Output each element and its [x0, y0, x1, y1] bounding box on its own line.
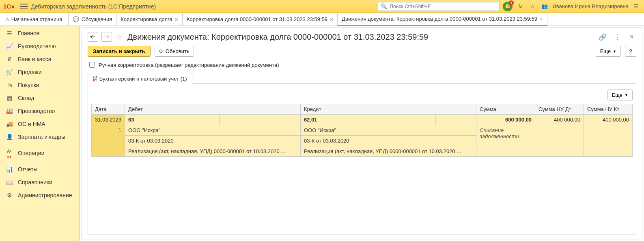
bag-icon: 🛍 [6, 82, 13, 88]
label: Зарплата и кадры [18, 134, 65, 140]
history-icon[interactable]: ↻ [516, 2, 525, 11]
chart-icon: 📈 [6, 43, 13, 49]
save-close-button[interactable]: Записать и закрыть [88, 46, 151, 57]
close-doc-icon[interactable]: × [627, 32, 636, 41]
tab-correction-doc[interactable]: Корректировка долга 0000-000001 от 31.03… [183, 13, 338, 26]
th-date[interactable]: Дата [92, 104, 125, 115]
tab-accounting[interactable]: ДтКт Бухгалтерский и налоговый учет (1) [88, 73, 192, 84]
cell-credit-acc: 62.01 [301, 115, 395, 125]
cell-nukt: 400 000,00 [584, 115, 633, 125]
th-credit[interactable]: Кредит [301, 104, 476, 115]
chevron-down-icon: ▼ [613, 49, 616, 53]
cell-nudt: 400 000,00 [535, 115, 584, 125]
movements-table: Дата Дебет Кредит Сумма Сумма НУ Дт Сумм… [91, 104, 633, 157]
search-box[interactable]: 🔍 [378, 2, 500, 11]
search-input[interactable] [389, 3, 497, 10]
sidebar: ☰Главное 📈Руководителю ₽Банк и касса 🛒Пр… [0, 26, 80, 241]
table-body[interactable]: 31.03.2023 63 62.01 600 000,00 400 000,0… [92, 115, 633, 157]
label: Справочники [18, 179, 52, 186]
boxes-icon: ▦ [6, 95, 13, 101]
gear-icon: ⚙ [6, 192, 13, 198]
label: Обновить [166, 48, 190, 54]
logo-1c: 1C● [3, 3, 15, 10]
sidebar-item-purchases[interactable]: 🛍Покупки [0, 79, 80, 92]
link-icon[interactable]: 🔗 [598, 32, 607, 41]
search-icon: 🔍 [381, 3, 387, 9]
menu-icon[interactable] [20, 4, 28, 9]
dtkt-icon: ДтКт [6, 147, 13, 160]
th-nudt[interactable]: Сумма НУ Дт [535, 104, 584, 115]
cell-sum: 600 000,00 [476, 115, 535, 125]
cell-debit-docref: Реализация (акт, накладная, УПД) 0000-00… [125, 146, 301, 157]
back-button[interactable] [88, 32, 98, 42]
cart-icon: 🛒 [6, 69, 13, 75]
tab-movements[interactable]: Движения документа: Корректировка долга … [338, 13, 547, 26]
sidebar-item-manager[interactable]: 📈Руководителю [0, 40, 80, 53]
tab-label: Корректировка долга 0000-000001 от 31.03… [187, 16, 327, 22]
sidebar-item-reports[interactable]: 📊Отчеты [0, 163, 80, 176]
th-debit[interactable]: Дебет [125, 104, 301, 115]
sidebar-item-main[interactable]: ☰Главное [0, 27, 80, 40]
truck-icon: 🚚 [6, 121, 13, 127]
label: Операции [18, 150, 45, 156]
sidebar-item-bank[interactable]: ₽Банк и касса [0, 53, 80, 66]
help-button[interactable]: ? [625, 46, 636, 57]
cell-credit-contract: 03-К от 03.03.2020 [301, 136, 476, 146]
label: Бухгалтерский и налоговый учет (1) [99, 76, 187, 82]
label: ОС и НМА [18, 121, 45, 127]
home-icon: ⌂ [6, 16, 9, 22]
settings-lines-icon[interactable]: ☰ [632, 2, 641, 11]
app-title: Дебиторская задолженность (1С:Предприяти… [31, 3, 156, 10]
close-icon[interactable]: × [330, 16, 333, 23]
more-icon[interactable]: ⋮ [613, 32, 622, 41]
th-sum[interactable]: Сумма [476, 104, 535, 115]
tab-discussions[interactable]: 💬 Обсуждения [69, 13, 117, 26]
label: Администрирование [18, 192, 72, 198]
users-icon[interactable]: 👥 [540, 2, 549, 11]
label: Главное [18, 30, 40, 36]
tab-label: Обсуждения [82, 16, 112, 22]
list-icon: ☰ [6, 30, 13, 36]
checkbox-input[interactable] [89, 62, 95, 68]
label: Отчеты [18, 166, 37, 173]
cell-sum-desc: Списание задолженности [476, 125, 535, 157]
cell-debit-party: ООО "Искра" [125, 125, 301, 136]
label: Еще [600, 48, 611, 54]
sidebar-item-production[interactable]: 🏭Производство [0, 105, 80, 117]
notif-count: 1 [509, 0, 514, 5]
close-icon[interactable]: × [175, 16, 178, 23]
cell-credit-party: ООО "Искра" [301, 125, 476, 136]
close-icon[interactable]: × [540, 16, 543, 22]
label: Еще [612, 92, 622, 98]
more-button[interactable]: Еще ▼ [596, 46, 621, 57]
forward-button[interactable] [101, 32, 112, 42]
label: Продажи [18, 69, 41, 75]
label: Производство [18, 108, 55, 114]
ruble-icon: ₽ [6, 56, 13, 62]
tab-label: Корректировка долга [121, 16, 172, 22]
cell-debit-contract: 03-К от 03.03.2020 [125, 136, 301, 146]
sidebar-item-sales[interactable]: 🛒Продажи [0, 66, 80, 79]
tab-label: Движения документа: Корректировка долга … [342, 16, 537, 22]
star-icon[interactable]: ☆ [528, 2, 537, 11]
chevron-down-icon: ▼ [625, 93, 628, 97]
sidebar-item-assets[interactable]: 🚚ОС и НМА [0, 117, 80, 130]
sidebar-item-hr[interactable]: 👤Зарплата и кадры [0, 130, 80, 143]
sidebar-item-operations[interactable]: ДтКтОперации [0, 143, 80, 163]
chat-icon: 💬 [73, 16, 79, 22]
sidebar-item-admin[interactable]: ⚙Администрирование [0, 189, 80, 202]
manual-edit-checkbox[interactable]: Ручная корректировка (разрешает редактир… [88, 61, 636, 69]
sidebar-item-catalogs[interactable]: 📖Справочники [0, 176, 80, 189]
cell-debit-acc: 63 [125, 115, 220, 125]
doc-title: Движения документа: Корректировка долга … [127, 32, 595, 42]
th-nukt[interactable]: Сумма НУ Кт [584, 104, 633, 115]
tab-correction[interactable]: Корректировка долга × [116, 13, 183, 26]
notifications-icon[interactable]: 🔔 1 [503, 2, 513, 11]
grid-more-button[interactable]: Еще ▼ [607, 90, 633, 100]
sidebar-item-warehouse[interactable]: ▦Склад [0, 92, 80, 105]
username: Иванова Ирина Владимировна [552, 3, 629, 9]
refresh-button[interactable]: ⟳ Обновить [155, 46, 194, 57]
favorite-star-icon[interactable]: ☆ [115, 32, 124, 41]
tab-home[interactable]: ⌂ Начальная страница [0, 13, 69, 26]
cell-credit-docref: Реализация (акт, накладная, УПД) 0000-00… [301, 146, 476, 157]
